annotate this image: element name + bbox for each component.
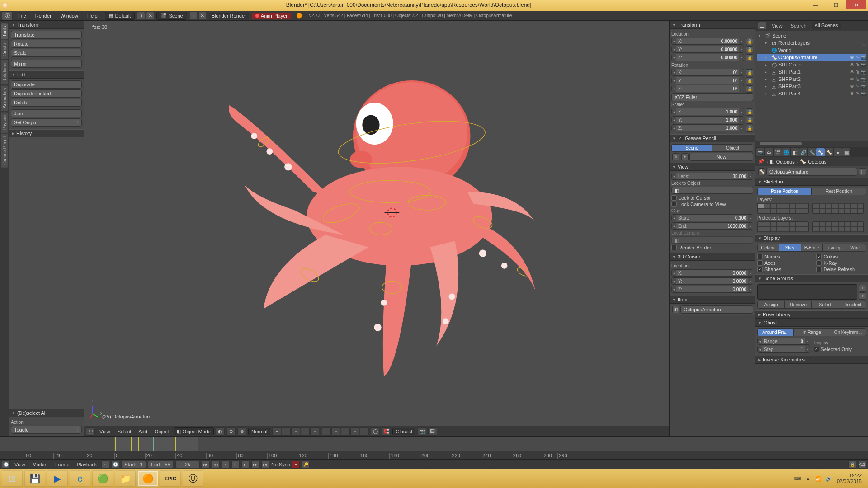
taskbar-unreal-icon[interactable]: Ⓤ [183,470,203,487]
prop-tab-armature[interactable]: 🦴 [816,148,825,156]
keying-set-icon[interactable]: 🔑 [302,460,310,469]
lock-icon[interactable]: 🔓 [746,54,753,61]
tab-relations[interactable]: Relations [1,60,8,84]
n-cursor-header[interactable]: 3D Cursor [670,253,755,261]
outliner-mode-selector[interactable]: All Scenes [812,22,841,29]
minimize-button[interactable]: — [806,0,826,9]
proportional-edit-icon[interactable]: ◯ [371,427,380,436]
scale-button[interactable]: Scale [11,49,82,57]
outliner-search-tab[interactable]: Search [788,22,809,29]
scene-selector[interactable]: 🎬 Scene [156,12,187,20]
manipulator-icon[interactable]: ⊕ [237,427,246,436]
n-transform-header[interactable]: Transform [670,21,755,29]
translate-button[interactable]: Translate [11,31,82,39]
play-reverse-button[interactable]: ◂ [222,460,230,469]
prop-tab-material[interactable]: ● [834,148,842,156]
start-button[interactable]: ⊞ [2,470,23,487]
outliner-tree[interactable]: ▾🎬Scene▾🗂RenderLayers▢🌐World▸🦴OctopusArm… [755,31,868,98]
loc-z-field[interactable]: ◂Z:0.00000▸ [671,54,744,61]
assign-button[interactable]: Assign [758,301,785,308]
fake-user-button[interactable]: F [859,168,866,175]
viewport-shading-icon[interactable]: ◐ [216,427,225,436]
prop-tab-texture[interactable]: ▦ [842,148,850,156]
armature-layers-2[interactable] [812,203,864,214]
display-mode-b-bone[interactable]: B-Bone [801,244,823,251]
layers-buttons[interactable]: ▪▫▫▫▫ ▫▫▫▫▫ [272,427,369,436]
render-preview-icon[interactable]: 📷 [417,427,426,436]
tray-up-icon[interactable]: ▲ [806,476,811,481]
editor-type-3d-icon[interactable]: ⬚ [86,427,95,436]
outliner-item[interactable]: ▸△SHPPart1👁🖱📷 [757,68,866,75]
cursor-x-field[interactable]: ◂X:0.0000▸ [671,269,753,277]
duplicate-button[interactable]: Duplicate [11,80,82,89]
tray-clock[interactable]: 19:22 02/02/2015 [837,473,862,484]
lens-field[interactable]: ◂Lens:35.000▸ [671,173,753,180]
outliner-item[interactable]: ▸△SHPPart4👁🖱📷 [757,90,866,97]
timeline-editor-icon[interactable]: 🕐 [2,460,10,469]
prop-tab-object[interactable]: ◧ [791,148,799,156]
start-frame-field[interactable]: Start:1 [121,461,146,468]
set-origin-button[interactable]: Set Origin [11,118,82,127]
tl-range-icon[interactable]: ↔ [101,460,109,469]
tab-create[interactable]: Create [1,40,8,59]
display-mode-wire[interactable]: Wire [844,244,866,251]
orientation-selector[interactable]: Normal [248,428,270,435]
display-mode-toggle[interactable]: OctaheStickB-BoneEnvelopWire [757,244,866,252]
armature-layers-1[interactable] [757,203,809,214]
auto-key-button[interactable]: ● [292,460,300,469]
check-x-ray[interactable]: X-Ray [816,260,867,266]
taskbar-blender-icon[interactable]: 🟠 [137,470,158,487]
taskbar-explorer-icon[interactable]: 📁 [115,470,136,487]
prop-tab-constraints[interactable]: 🔗 [799,148,807,156]
maximize-button[interactable]: ☐ [826,0,846,9]
bone-group-add-button[interactable]: + [859,285,866,292]
delete-button[interactable]: Delete [11,99,82,107]
taskbar-epic-icon[interactable]: EPIC [160,470,181,487]
remove-button[interactable]: Remove [785,301,812,308]
tl-extra-icon2[interactable]: ⌫ [858,460,866,469]
check-shapes[interactable]: Shapes [757,266,807,272]
close-button[interactable]: ✕ [846,0,866,9]
jump-end-button[interactable]: ⏭ [261,460,269,469]
join-button[interactable]: Join [11,109,82,117]
volume-icon[interactable]: 🔊 [826,476,832,482]
next-key-button[interactable]: ▸▸ [251,460,259,469]
toggle-selector[interactable]: Toggle [11,426,82,434]
ghost-range-field[interactable]: ◂Range:0▸ [757,338,810,345]
loc-x-field[interactable]: ◂X:0.00000▸ [671,38,744,45]
lock-camera-check[interactable]: Lock Camera to View [671,201,753,207]
snap-element-selector[interactable]: Closest [392,428,415,435]
prop-tab-render[interactable]: 📷 [756,148,764,156]
pose-mode-toggle[interactable]: Pose PositionRest Position [757,188,866,195]
rotate-button[interactable]: Rotate [11,40,82,48]
outliner-item[interactable]: ▾🗂RenderLayers▢ [757,39,866,47]
pivot-icon[interactable]: ⊙ [226,427,236,436]
gp-source-toggle[interactable]: SceneObject [671,144,753,152]
lock-icon[interactable]: 🔓 [746,46,753,53]
scale-y-field[interactable]: ◂Y:1.000▸ [671,116,744,123]
tl-menu-marker[interactable]: Marker [30,462,51,467]
n-item-header[interactable]: Item [670,296,755,304]
outliner-editor-icon[interactable]: ☰ [758,22,766,29]
tl-menu-frame[interactable]: Frame [52,462,72,467]
taskbar-powershell-icon[interactable]: ▶ [47,470,68,487]
panel-history-header[interactable]: History [9,129,84,137]
item-name-field[interactable]: OctopusArmature [680,305,753,314]
rot-x-field[interactable]: ◂X:0°▸ [671,69,744,76]
menu-render[interactable]: Render [31,10,56,21]
vp-menu-object[interactable]: Object [152,429,172,434]
timeline-track[interactable]: -60-40-200204060801001201401601802002202… [0,437,868,459]
screen-layout-selector[interactable]: ▦ Default [105,12,135,20]
gp-add-icon[interactable]: + [681,153,689,160]
editor-type-icon[interactable]: ⓘ [2,11,13,20]
rot-y-field[interactable]: ◂Y:0°▸ [671,77,744,84]
cursor-z-field[interactable]: ◂Z:0.0000▸ [671,286,753,293]
ghost-header[interactable]: Ghost [755,319,868,327]
tab-tools[interactable]: Tools [1,23,8,39]
scale-z-field[interactable]: ◂Z:1.000▸ [671,124,744,131]
lock-object-field[interactable]: ◧ [671,187,753,194]
render-engine-selector[interactable]: Blender Render [209,13,249,19]
system-tray[interactable]: ⌨ ▲ 📶 🔊 19:22 02/02/2015 [789,473,866,484]
taskbar-ie-icon[interactable]: e [70,470,90,487]
display-mode-stick[interactable]: Stick [779,244,801,251]
